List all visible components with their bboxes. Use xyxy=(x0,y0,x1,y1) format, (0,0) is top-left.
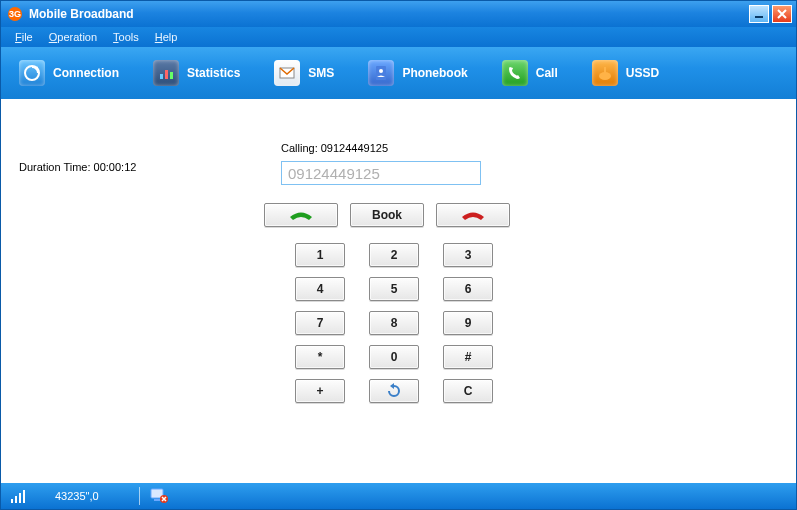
phone-green-icon xyxy=(286,208,316,222)
key-redial[interactable] xyxy=(369,379,419,403)
key-3[interactable]: 3 xyxy=(443,243,493,267)
key-star[interactable]: * xyxy=(295,345,345,369)
menu-tools[interactable]: Tools xyxy=(105,29,147,45)
dial-button[interactable] xyxy=(264,203,338,227)
tool-ussd-label: USSD xyxy=(626,66,659,80)
statistics-icon xyxy=(153,60,179,86)
tool-connection-label: Connection xyxy=(53,66,119,80)
tool-phonebook-label: Phonebook xyxy=(402,66,467,80)
call-action-row: Book xyxy=(264,203,510,227)
svg-marker-13 xyxy=(390,383,394,389)
key-0[interactable]: 0 xyxy=(369,345,419,369)
close-button[interactable] xyxy=(772,5,792,23)
svg-rect-2 xyxy=(755,16,763,18)
tool-call-label: Call xyxy=(536,66,558,80)
menu-bar: File Operation Tools Help xyxy=(1,27,796,47)
key-hash[interactable]: # xyxy=(443,345,493,369)
phone-red-icon xyxy=(458,208,488,222)
ussd-icon xyxy=(592,60,618,86)
key-4[interactable]: 4 xyxy=(295,277,345,301)
minimize-button[interactable] xyxy=(749,5,769,23)
key-plus[interactable]: + xyxy=(295,379,345,403)
phone-number-input[interactable] xyxy=(281,161,481,185)
svg-rect-19 xyxy=(154,499,160,501)
key-1[interactable]: 1 xyxy=(295,243,345,267)
menu-file[interactable]: File xyxy=(7,29,41,45)
window-title: Mobile Broadband xyxy=(29,7,134,21)
duration-time-label: Duration Time: 00:00:12 xyxy=(19,161,136,173)
key-clear[interactable]: C xyxy=(443,379,493,403)
sms-icon xyxy=(274,60,300,86)
connection-icon xyxy=(19,60,45,86)
calling-status-label: Calling: 09124449125 xyxy=(281,142,388,154)
tool-phonebook[interactable]: Phonebook xyxy=(362,56,473,90)
tool-sms-label: SMS xyxy=(308,66,334,80)
key-2[interactable]: 2 xyxy=(369,243,419,267)
svg-rect-7 xyxy=(170,72,173,79)
key-9[interactable]: 9 xyxy=(443,311,493,335)
menu-help[interactable]: Help xyxy=(147,29,186,45)
phonebook-icon xyxy=(368,60,394,86)
svg-point-10 xyxy=(379,69,383,73)
network-status-icon xyxy=(150,487,168,505)
redial-icon xyxy=(386,383,402,399)
key-5[interactable]: 5 xyxy=(369,277,419,301)
tool-connection[interactable]: Connection xyxy=(13,56,125,90)
tool-call[interactable]: Call xyxy=(496,56,564,90)
tool-sms[interactable]: SMS xyxy=(268,56,340,90)
book-button[interactable]: Book xyxy=(350,203,424,227)
status-text: 43235",0 xyxy=(55,490,99,502)
svg-rect-12 xyxy=(604,67,606,73)
svg-rect-5 xyxy=(160,74,163,79)
key-7[interactable]: 7 xyxy=(295,311,345,335)
svg-text:3G: 3G xyxy=(9,9,21,19)
svg-rect-16 xyxy=(19,493,21,503)
app-icon: 3G xyxy=(7,6,23,22)
svg-rect-14 xyxy=(11,499,13,503)
svg-point-11 xyxy=(599,72,611,80)
menu-operation[interactable]: Operation xyxy=(41,29,105,45)
svg-rect-6 xyxy=(165,70,168,79)
hangup-button[interactable] xyxy=(436,203,510,227)
call-panel: Duration Time: 00:00:12 Calling: 0912444… xyxy=(1,99,796,483)
key-6[interactable]: 6 xyxy=(443,277,493,301)
call-icon xyxy=(502,60,528,86)
toolbar: Connection Statistics SMS Phonebook Call… xyxy=(1,47,796,99)
svg-rect-15 xyxy=(15,496,17,503)
tool-statistics[interactable]: Statistics xyxy=(147,56,246,90)
tool-statistics-label: Statistics xyxy=(187,66,240,80)
keypad: 1 2 3 4 5 6 7 8 9 * 0 # + C xyxy=(295,243,493,413)
status-divider xyxy=(139,487,140,505)
tool-ussd[interactable]: USSD xyxy=(586,56,665,90)
svg-rect-17 xyxy=(23,490,25,503)
key-8[interactable]: 8 xyxy=(369,311,419,335)
signal-icon xyxy=(11,488,31,504)
title-bar: 3G Mobile Broadband xyxy=(1,1,796,27)
status-bar: 43235",0 xyxy=(1,483,796,509)
